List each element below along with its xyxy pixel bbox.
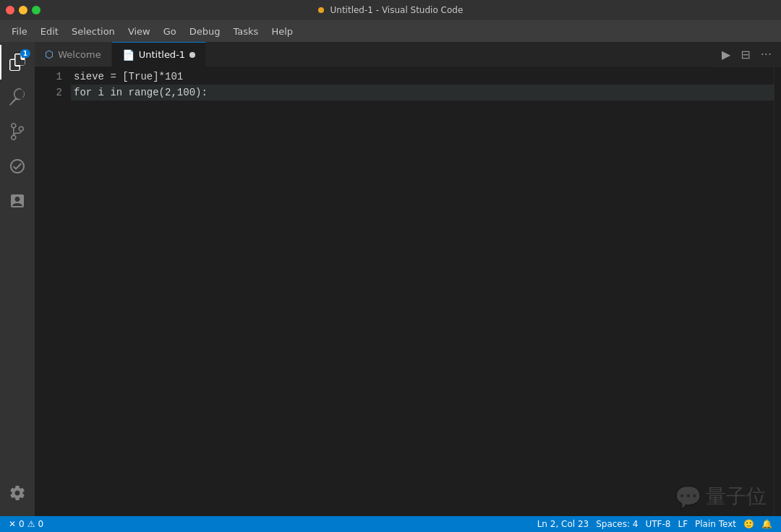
line-num-2: 2 <box>35 85 62 100</box>
status-language[interactable]: Plain Text <box>692 516 739 532</box>
encoding-label: UTF-8 <box>645 519 670 529</box>
window-title: Untitled-1 - Visual Studio Code <box>318 5 464 15</box>
tab-untitled[interactable]: 📄 Untitled-1 <box>112 42 206 66</box>
sidebar-item-settings[interactable] <box>0 476 35 510</box>
menu-tasks[interactable]: Tasks <box>228 24 265 39</box>
menu-edit[interactable]: Edit <box>35 24 64 39</box>
status-right: Ln 2, Col 23 Spaces: 4 UTF-8 LF Plain Te… <box>534 516 775 532</box>
modified-dot <box>318 7 324 13</box>
welcome-tab-label: Welcome <box>58 49 101 60</box>
cursor-position: Ln 2, Col 23 <box>537 519 589 529</box>
bell-icon: 🔔 <box>761 519 772 529</box>
menu-file[interactable]: File <box>6 24 33 39</box>
editor-area: ⬡ Welcome 📄 Untitled-1 ▶ ⊟ ··· 1 2 sieve… <box>35 42 781 516</box>
status-position[interactable]: Ln 2, Col 23 <box>534 516 592 532</box>
sidebar-item-source-control[interactable] <box>0 114 35 149</box>
line-ending-label: LF <box>678 519 688 529</box>
code-line-1: sieve = [True]*101 <box>71 69 774 85</box>
error-icon: ✕ <box>9 519 16 529</box>
status-bell[interactable]: 🔔 <box>759 516 775 532</box>
window-controls <box>6 6 40 14</box>
status-encoding[interactable]: UTF-8 <box>642 516 673 532</box>
activity-bar: 1 <box>0 42 35 516</box>
line-num-1: 1 <box>35 69 62 85</box>
smiley-icon: 🙂 <box>743 519 754 529</box>
status-errors[interactable]: ✕ 0 ⚠ 0 <box>6 516 46 532</box>
run-button[interactable]: ▶ <box>718 46 734 64</box>
error-count: 0 <box>19 519 25 529</box>
minimap <box>774 67 781 516</box>
tab-bar: ⬡ Welcome 📄 Untitled-1 ▶ ⊟ ··· <box>35 42 781 67</box>
menu-bar: File Edit Selection View Go Debug Tasks … <box>0 20 781 42</box>
status-spaces[interactable]: Spaces: 4 <box>593 516 641 532</box>
menu-view[interactable]: View <box>122 24 156 39</box>
untitled-tab-icon: 📄 <box>122 49 135 61</box>
tab-modified-dot <box>189 52 195 58</box>
code-line-2: for i in range(2,100): <box>71 85 774 100</box>
main-area: 1 <box>0 42 781 516</box>
menu-help[interactable]: Help <box>265 24 299 39</box>
language-label: Plain Text <box>695 519 736 529</box>
editor-content[interactable]: 1 2 sieve = [True]*101 for i in range(2,… <box>35 67 781 516</box>
minimize-button[interactable] <box>19 6 27 14</box>
tab-actions: ▶ ⊟ ··· <box>712 42 781 67</box>
spaces-label: Spaces: 4 <box>596 519 638 529</box>
warning-count: 0 <box>38 519 43 529</box>
status-left: ✕ 0 ⚠ 0 <box>6 516 46 532</box>
maximize-button[interactable] <box>32 6 40 14</box>
sidebar-item-extensions[interactable] <box>0 149 35 184</box>
split-editor-button[interactable]: ⊟ <box>737 46 754 64</box>
menu-selection[interactable]: Selection <box>66 24 121 39</box>
code-area[interactable]: sieve = [True]*101 for i in range(2,100)… <box>71 67 774 516</box>
explorer-badge: 1 <box>20 49 30 58</box>
more-actions-button[interactable]: ··· <box>757 46 775 64</box>
sidebar-item-remote[interactable] <box>0 184 35 218</box>
menu-go[interactable]: Go <box>158 24 182 39</box>
sidebar-item-explorer[interactable]: 1 <box>0 45 35 80</box>
line-numbers: 1 2 <box>35 67 71 516</box>
warning-icon: ⚠ <box>27 519 35 529</box>
menu-debug[interactable]: Debug <box>184 24 226 39</box>
status-line-ending[interactable]: LF <box>675 516 691 532</box>
activity-bar-bottom <box>0 476 35 510</box>
status-bar: ✕ 0 ⚠ 0 Ln 2, Col 23 Spaces: 4 UTF-8 LF … <box>0 516 781 532</box>
status-smiley[interactable]: 🙂 <box>741 516 757 532</box>
tab-welcome[interactable]: ⬡ Welcome <box>35 42 112 66</box>
close-button[interactable] <box>6 6 14 14</box>
title-bar: Untitled-1 - Visual Studio Code <box>0 0 781 20</box>
untitled-tab-label: Untitled-1 <box>139 49 185 60</box>
welcome-tab-icon: ⬡ <box>45 48 54 60</box>
sidebar-item-search[interactable] <box>0 80 35 114</box>
